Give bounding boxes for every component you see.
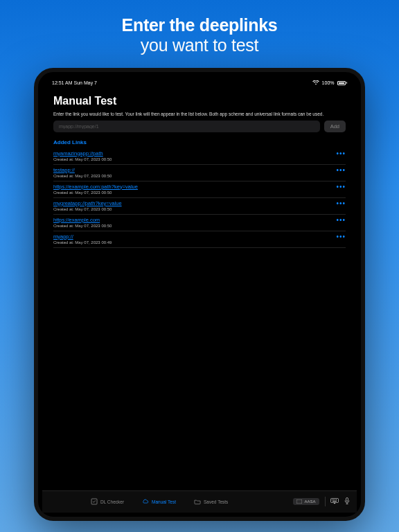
link-main: testapp://Created at: May 07, 2023 00:50 (53, 167, 112, 178)
tab-label: Manual Test (152, 499, 176, 504)
link-row[interactable]: testapp://Created at: May 07, 2023 00:50… (53, 165, 346, 181)
battery-percent: 100% (322, 80, 335, 85)
link-main: https://example.com:path?key=valueCreate… (53, 184, 138, 195)
more-icon[interactable]: ••• (336, 167, 346, 172)
folder-icon (194, 498, 201, 505)
link-url[interactable]: myapp:// (53, 233, 112, 240)
svg-rect-7 (332, 501, 337, 502)
link-row[interactable]: myapp://Created at: May 07, 2023 00:49••… (53, 231, 346, 248)
added-links-header: Added Links (53, 139, 346, 145)
svg-rect-5 (335, 499, 335, 500)
aasa-button[interactable]: AASA (293, 498, 319, 505)
link-main: https://example.comCreated at: May 07, 2… (53, 217, 112, 228)
add-button[interactable]: Add (324, 121, 346, 132)
tab-saved-tests[interactable]: Saved Tests (194, 498, 228, 505)
link-meta: Created at: May 07, 2023 00:50 (53, 190, 138, 195)
divider (325, 497, 326, 506)
link-url[interactable]: testapp:// (53, 167, 112, 173)
link-meta: Created at: May 07, 2023 00:49 (53, 240, 112, 245)
cloud-link-icon (142, 498, 149, 505)
helper-text: Enter the link you would like to test. Y… (53, 112, 346, 116)
svg-rect-2 (331, 498, 339, 502)
deeplink-input[interactable] (53, 121, 320, 132)
keyboard-extras: AASA (293, 497, 350, 506)
link-row[interactable]: myamazingapp://pathCreated at: May 07, 2… (53, 148, 346, 165)
wifi-icon (312, 80, 319, 86)
main-content: Manual Test Enter the link you would lik… (42, 88, 357, 490)
promo-line2: you want to test (122, 35, 278, 55)
promo-heading: Enter the deeplinks you want to test (122, 15, 278, 55)
status-bar: 12:51 AM Sun May 7 100% (42, 76, 357, 88)
input-row: Add (53, 121, 346, 132)
screen: 12:51 AM Sun May 7 100% Manual Test Ente… (42, 76, 357, 513)
more-icon[interactable]: ••• (336, 233, 346, 239)
page-title: Manual Test (53, 95, 346, 107)
link-url[interactable]: https://example.com (53, 217, 112, 223)
svg-rect-3 (332, 499, 332, 500)
link-meta: Created at: May 07, 2023 00:50 (53, 207, 122, 211)
tab-label: DL Checker (100, 499, 124, 504)
link-row[interactable]: mygreatapp://path?key=valueCreated at: M… (53, 198, 346, 215)
link-meta: Created at: May 07, 2023 00:50 (53, 174, 112, 178)
more-icon[interactable]: ••• (336, 184, 346, 189)
link-url[interactable]: https://example.com:path?key=value (53, 184, 138, 190)
svg-rect-6 (336, 499, 337, 500)
link-main: myapp://Created at: May 07, 2023 00:49 (53, 233, 112, 245)
promo-line1: Enter the deeplinks (122, 15, 278, 35)
keyboard-icon[interactable] (330, 498, 339, 506)
aasa-label: AASA (304, 499, 315, 504)
keyboard-mini-icon (296, 499, 302, 504)
link-main: myamazingapp://pathCreated at: May 07, 2… (53, 150, 112, 161)
status-time: 12:51 AM Sun May 7 (52, 80, 97, 85)
link-row[interactable]: https://example.com:path?key=valueCreate… (53, 181, 346, 198)
link-main: mygreatapp://path?key=valueCreated at: M… (53, 200, 122, 211)
battery-icon (337, 81, 348, 85)
link-url[interactable]: myamazingapp://path (53, 150, 112, 157)
tab-label: Saved Tests (204, 499, 228, 504)
svg-rect-4 (333, 499, 334, 500)
tabs: DL Checker Manual Test Saved Tests (91, 498, 228, 505)
more-icon[interactable]: ••• (336, 200, 346, 206)
link-meta: Created at: May 07, 2023 00:50 (53, 157, 112, 161)
tab-dl-checker[interactable]: DL Checker (91, 498, 124, 505)
link-meta: Created at: May 07, 2023 00:50 (53, 224, 112, 228)
svg-rect-8 (346, 497, 348, 501)
svg-rect-1 (296, 499, 302, 504)
tab-manual-test[interactable]: Manual Test (142, 498, 176, 505)
status-right: 100% (312, 80, 347, 86)
link-row[interactable]: https://example.comCreated at: May 07, 2… (53, 215, 346, 231)
device-frame: 12:51 AM Sun May 7 100% Manual Test Ente… (34, 68, 365, 521)
more-icon[interactable]: ••• (336, 150, 346, 156)
link-url[interactable]: mygreatapp://path?key=value (53, 200, 122, 206)
link-list: myamazingapp://pathCreated at: May 07, 2… (53, 148, 346, 248)
more-icon[interactable]: ••• (336, 217, 346, 222)
mic-icon[interactable] (344, 497, 350, 506)
tab-bar: DL Checker Manual Test Saved Tests (42, 490, 357, 513)
checklist-icon (91, 498, 98, 505)
